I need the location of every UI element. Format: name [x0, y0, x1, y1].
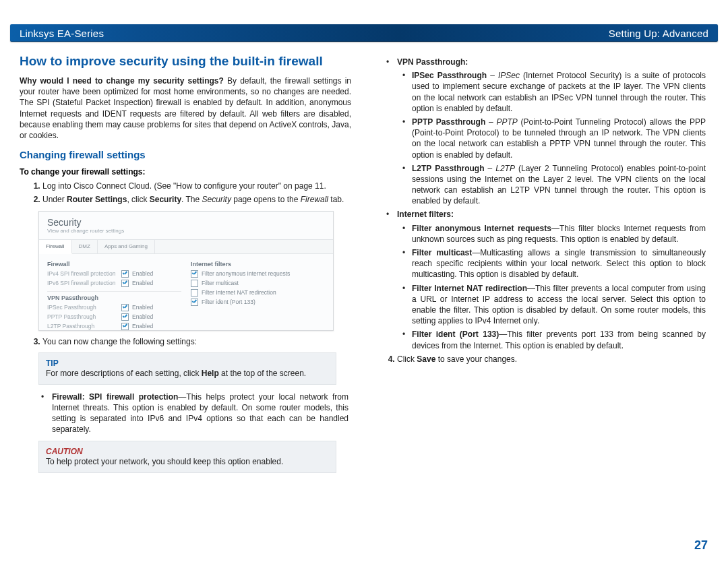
ui-subtitle: View and change router settings [47, 228, 326, 234]
ui-lbl-if2: Filter Internet NAT redirection [202, 289, 276, 296]
procedure-heading: To change your firewall settings: [20, 167, 351, 177]
if-nat: Filter Internet NAT redirection—This fil… [412, 283, 706, 327]
step2-b1: Router Settings [67, 195, 127, 204]
ui-if-head: Internet filters [191, 261, 325, 268]
if-head-item: Internet filters: Filter anonymous Inter… [397, 209, 708, 350]
ui-row-l2tp: L2TP PassthroughEnabled [47, 323, 181, 330]
checkbox-icon[interactable] [121, 304, 129, 311]
step-1: Log into Cisco Connect Cloud. (See "How … [42, 181, 351, 191]
vpn0-dash: – [487, 71, 498, 80]
ui-lbl-ipsec: IPSec Passthrough [47, 304, 121, 311]
page-root: Linksys EA-Series Setting Up: Advanced H… [0, 0, 728, 562]
step-3: You can now change the following setting… [42, 336, 351, 347]
ui-tabs: Firewall DMZ Apps and Gaming [39, 239, 333, 254]
fw-bold: Firewall: SPI firewall protection [52, 392, 178, 402]
vpn1-dash: – [485, 117, 496, 127]
vpn-l2tp: L2TP Passthrough – L2TP (Layer 2 Tunneli… [412, 163, 706, 207]
ui-lbl-if3: Filter ident (Port 133) [202, 299, 255, 305]
ui-tab-apps[interactable]: Apps and Gaming [98, 240, 155, 253]
step-4: Click Save to save your changes. [397, 354, 708, 365]
checkbox-icon[interactable] [121, 280, 129, 287]
caution-title: CAUTION [46, 447, 329, 456]
step2-b2: Security [150, 195, 181, 204]
ui-val-pptp: Enabled [132, 313, 153, 320]
page-number: 27 [694, 538, 708, 553]
if1-b: Filter multicast [412, 248, 472, 257]
vpn1-b: PPTP Passthrough [412, 117, 485, 127]
header-left: Linksys EA-Series [20, 28, 104, 39]
vpn2-dash: – [485, 164, 496, 173]
ui-row-if2: Filter Internet NAT redirection [191, 289, 325, 296]
vpn-head-label: VPN Passthrough: [397, 57, 468, 67]
tip-post: at the top of the screen. [219, 369, 306, 378]
vpn2-it: L2TP [495, 164, 515, 173]
ui-lbl-if1: Filter multicast [202, 280, 239, 286]
step2-mid: , click [127, 195, 149, 204]
tip-pre: For more descriptions of each setting, c… [46, 369, 202, 378]
ui-tab-dmz[interactable]: DMZ [72, 240, 98, 253]
if-multicast: Filter multicast—Multicasting allows a s… [412, 247, 706, 280]
ui-val-ipv4: Enabled [132, 270, 153, 277]
tip-box: TIP For more descriptions of each settin… [38, 352, 336, 385]
step2-it1: Security [202, 195, 231, 204]
checkbox-icon[interactable] [191, 299, 198, 306]
ui-firewall-head: Firewall [47, 261, 181, 268]
firewall-bullet-list: Firewall: SPI firewall protection—This h… [20, 392, 351, 435]
vpn0-b: IPSec Passthrough [412, 71, 487, 80]
page-header-banner: Linksys EA-Series Setting Up: Advanced [10, 24, 718, 42]
caution-box: CAUTION To help protect your network, yo… [38, 441, 336, 473]
ui-row-if3: Filter ident (Port 133) [191, 299, 325, 306]
ui-val-ipsec: Enabled [132, 304, 153, 311]
step2-post2: page opens to the [231, 195, 301, 204]
tip-body: For more descriptions of each setting, c… [46, 368, 329, 379]
checkbox-icon[interactable] [121, 313, 129, 321]
tip-bold: Help [202, 369, 219, 378]
step2-pre: Under [42, 195, 67, 204]
ui-lbl-ipv4: IPv4 SPI firewall protection [47, 270, 121, 277]
ui-lbl-if0: Filter anonymous Internet requests [202, 270, 290, 277]
ui-panel-right: Internet filters Filter anonymous Intern… [191, 259, 325, 332]
subsection-title: Changing firewall settings [20, 149, 351, 160]
checkbox-icon[interactable] [121, 323, 129, 330]
checkbox-icon[interactable] [191, 270, 198, 278]
ui-row-ipv4: IPv4 SPI firewall protectionEnabled [47, 270, 181, 278]
ui-lbl-pptp: PPTP Passthrough [47, 313, 121, 320]
if-sublist: Filter anonymous Internet requests—This … [397, 223, 706, 351]
vpn-section: VPN Passthrough: IPSec Passthrough – IPS… [377, 57, 708, 351]
left-column: How to improve security using the built-… [20, 54, 351, 480]
step4-b: Save [417, 354, 435, 364]
vpn0-it: IPSec [498, 71, 520, 80]
firewall-bullet: Firewall: SPI firewall protection—This h… [52, 392, 351, 435]
vpn-head-item: VPN Passthrough: IPSec Passthrough – IPS… [397, 57, 708, 206]
step2-it2: Firewall [301, 195, 328, 204]
ui-vpn-head: VPN Passthrough [47, 294, 181, 301]
step4-post: to save your changes. [435, 354, 517, 364]
ui-val-ipv6: Enabled [132, 280, 153, 286]
vpn-ipsec: IPSec Passthrough – IPSec (Internet Prot… [412, 70, 706, 114]
ui-row-ipv6: IPv6 SPI firewall protectionEnabled [47, 280, 181, 287]
vpn2-b: L2TP Passthrough [412, 164, 485, 173]
content-area: How to improve security using the built-… [20, 54, 708, 480]
if0-b: Filter anonymous Internet requests [412, 224, 551, 233]
intro-answer: By default, the firewall settings in you… [20, 76, 351, 140]
steps-list: Log into Cisco Connect Cloud. (See "How … [20, 181, 351, 205]
if-head-label: Internet filters: [397, 210, 454, 219]
checkbox-icon[interactable] [191, 289, 198, 296]
vpn1-it: PPTP [496, 117, 517, 127]
checkbox-icon[interactable] [191, 280, 198, 287]
if2-b: Filter Internet NAT redirection [412, 284, 527, 293]
ui-lbl-ipv6: IPv6 SPI firewall protection [47, 280, 121, 286]
steps-list-right: Click Save to save your changes. [377, 354, 708, 365]
vpn-sublist: IPSec Passthrough – IPSec (Internet Prot… [397, 70, 706, 206]
ui-row-ipsec: IPSec PassthroughEnabled [47, 304, 181, 311]
intro-paragraph: Why would I need to change my security s… [20, 75, 351, 141]
if-anon: Filter anonymous Internet requests—This … [412, 223, 706, 245]
step2-post3: tab. [328, 195, 344, 204]
ui-row-if1: Filter multicast [191, 280, 325, 287]
ui-title: Security [47, 217, 326, 228]
ui-panel-left: Firewall IPv4 SPI firewall protectionEna… [47, 259, 181, 332]
step2-post1: . The [181, 195, 202, 204]
caution-body: To help protect your network, you should… [46, 456, 329, 467]
ui-tab-firewall[interactable]: Firewall [39, 240, 72, 254]
checkbox-icon[interactable] [121, 270, 129, 278]
